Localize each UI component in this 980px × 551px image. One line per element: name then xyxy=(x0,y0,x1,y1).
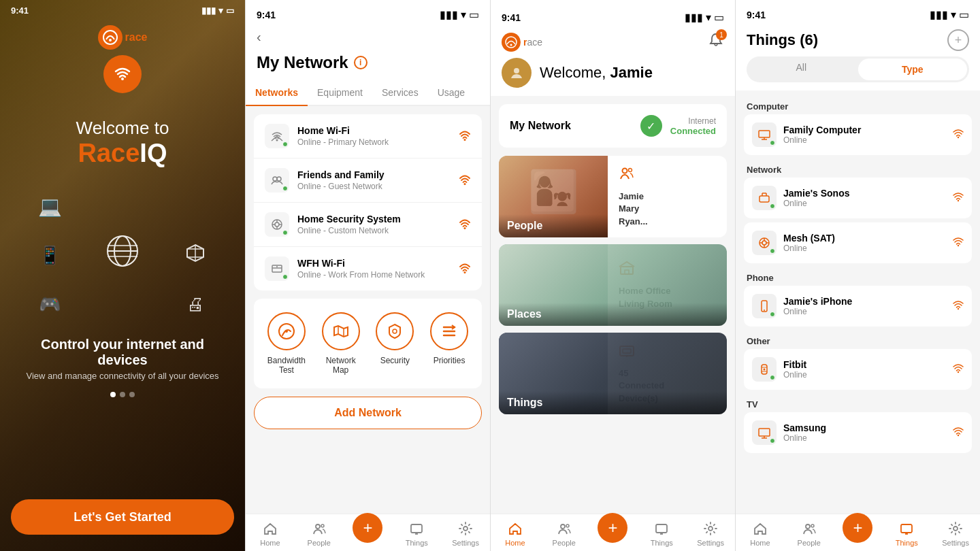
s2-nav-things[interactable]: Things xyxy=(392,514,441,551)
tab-services[interactable]: Services xyxy=(372,80,428,105)
s4-battery: ▭ xyxy=(959,8,969,21)
iphone-name: Jamie's iPhone xyxy=(783,296,946,307)
s3-logo: race xyxy=(502,33,542,52)
security-button[interactable]: Security xyxy=(376,312,414,375)
family-computer-status: Online xyxy=(783,135,946,145)
add-thing-button[interactable]: + xyxy=(947,29,969,51)
people-card-title: People xyxy=(507,220,600,232)
network-item-homewifi[interactable]: Home Wi-Fi Online - Primary Network xyxy=(254,114,482,158)
network-item-wfh[interactable]: WFH Wi-Fi Online - Work From Home Networ… xyxy=(254,247,482,290)
s3-nav-settings[interactable]: Settings xyxy=(686,514,735,551)
thing-samsung[interactable]: Samsung Online xyxy=(744,412,972,453)
s2-plus-button[interactable]: + xyxy=(353,513,382,543)
notification-count: 1 xyxy=(716,29,727,40)
thing-jamies-sonos[interactable]: Jamie's Sonos Online xyxy=(744,178,972,218)
s2-nav-settings[interactable]: Settings xyxy=(441,514,490,551)
svg-point-27 xyxy=(464,271,466,273)
s4-wifi: ▾ xyxy=(951,8,956,21)
s4-signal: ▮▮▮ xyxy=(930,8,948,21)
category-other: Other xyxy=(744,331,972,349)
s4-nav-home[interactable]: Home xyxy=(736,514,785,551)
wifi-status-icon: ▾ xyxy=(218,5,223,16)
network-item-security[interactable]: Home Security System Online - Custom Net… xyxy=(254,203,482,247)
things-photo: Things xyxy=(499,333,608,414)
s4-nav-plus[interactable]: + xyxy=(834,514,883,551)
places-overlay: Places xyxy=(499,303,727,326)
people-card-info: JamieMaryRyan... xyxy=(608,156,727,237)
fitbit-name: Fitbit xyxy=(783,359,946,370)
network-item-friends[interactable]: Friends and Family Online - Guest Networ… xyxy=(254,158,482,203)
notification-bell[interactable]: 1 xyxy=(708,32,724,52)
laptop-icon: 💻 xyxy=(38,195,62,218)
wifi-button[interactable] xyxy=(103,55,142,93)
s3-nav-home[interactable]: Home xyxy=(491,514,540,551)
friends-icon xyxy=(265,168,289,193)
svg-point-92 xyxy=(953,527,958,531)
bandwidth-test-button[interactable]: BandwidthTest xyxy=(267,312,306,375)
thing-family-computer[interactable]: Family Computer Online xyxy=(744,114,972,155)
add-network-button[interactable]: Add Network xyxy=(254,397,482,429)
back-button[interactable]: ‹ xyxy=(257,29,261,45)
category-network: Network xyxy=(744,159,972,178)
fitbit-status: Online xyxy=(783,370,946,380)
tab-usage[interactable]: Usage xyxy=(428,80,474,105)
page-title: My Network i xyxy=(257,50,479,80)
thing-fitbit[interactable]: Fitbit Online xyxy=(744,349,972,390)
category-computer: Computer xyxy=(744,96,972,114)
s2-nav-settings-label: Settings xyxy=(452,539,479,547)
s3-signal: ▮▮▮ xyxy=(685,11,703,24)
tab-networks[interactable]: Networks xyxy=(246,80,308,106)
s4-nav-settings[interactable]: Settings xyxy=(931,514,980,551)
s4-nav-settings-label: Settings xyxy=(942,539,969,547)
svg-point-76 xyxy=(764,310,765,311)
s3-nav-people[interactable]: People xyxy=(540,514,589,551)
filter-type[interactable]: Type xyxy=(858,59,968,80)
sonos-signal xyxy=(953,191,964,205)
priorities-button[interactable]: Priorities xyxy=(430,312,468,375)
places-card[interactable]: Places Home OfficeLiving Room xyxy=(499,244,727,326)
tab-equipment[interactable]: Equipment xyxy=(308,80,372,105)
s3-nav-things[interactable]: Things xyxy=(637,514,686,551)
homewifi-sub: Online - Primary Network xyxy=(297,137,451,147)
sonos-icon xyxy=(752,186,777,210)
svg-point-13 xyxy=(464,139,466,141)
svg-point-62 xyxy=(958,137,959,138)
svg-point-53 xyxy=(561,524,565,529)
filter-all[interactable]: All xyxy=(747,56,856,82)
s2-nav-people[interactable]: People xyxy=(295,514,344,551)
network-status-card[interactable]: My Network ✓ Internet Connected xyxy=(499,104,727,148)
s3-plus-button[interactable]: + xyxy=(598,513,627,543)
things-page-title: Things (6) xyxy=(747,31,818,49)
s2-nav-plus[interactable]: + xyxy=(344,514,393,551)
thing-mesh-sat[interactable]: Mesh (SAT) Online xyxy=(744,222,972,263)
svg-rect-55 xyxy=(656,524,667,533)
network-map-icon xyxy=(322,312,360,350)
thing-jamies-iphone[interactable]: Jamie's iPhone Online xyxy=(744,286,972,327)
s4-plus-button[interactable]: + xyxy=(843,513,872,543)
s2-nav-home[interactable]: Home xyxy=(246,514,295,551)
screen-welcome-jamie: 9:41 ▮▮▮ ▾ ▭ race xyxy=(490,0,735,551)
people-card[interactable]: 👩‍👧 People JamieMaryRyan... xyxy=(499,156,727,237)
security-label: Security xyxy=(380,356,410,365)
svg-point-88 xyxy=(811,524,814,527)
info-icon[interactable]: i xyxy=(354,56,368,69)
s4-time: 9:41 xyxy=(747,10,766,20)
homewifi-info: Home Wi-Fi Online - Primary Network xyxy=(297,125,451,147)
sonos-status: Online xyxy=(783,199,946,208)
get-started-button[interactable]: Let's Get Started xyxy=(11,499,234,535)
priorities-label: Priorities xyxy=(434,356,466,365)
homewifi-name: Home Wi-Fi xyxy=(297,125,451,136)
s4-nav-things[interactable]: Things xyxy=(882,514,931,551)
s3-time: 9:41 xyxy=(502,12,521,23)
screen-things: 9:41 ▮▮▮ ▾ ▭ Things (6) + All Type Compu… xyxy=(735,0,980,551)
iphone-status: Online xyxy=(783,307,946,316)
svg-point-29 xyxy=(285,330,288,333)
s3-logo-text: race xyxy=(523,37,542,48)
network-map-button[interactable]: NetworkMap xyxy=(322,312,360,375)
s4-nav-things-label: Things xyxy=(896,539,918,547)
s4-nav-people[interactable]: People xyxy=(785,514,834,551)
things-card[interactable]: Things 45ConnectedDevice(s) xyxy=(499,333,727,414)
security-info: Home Security System Online - Custom Net… xyxy=(297,214,451,235)
sonos-name: Jamie's Sonos xyxy=(783,188,946,199)
s3-nav-plus[interactable]: + xyxy=(589,514,638,551)
